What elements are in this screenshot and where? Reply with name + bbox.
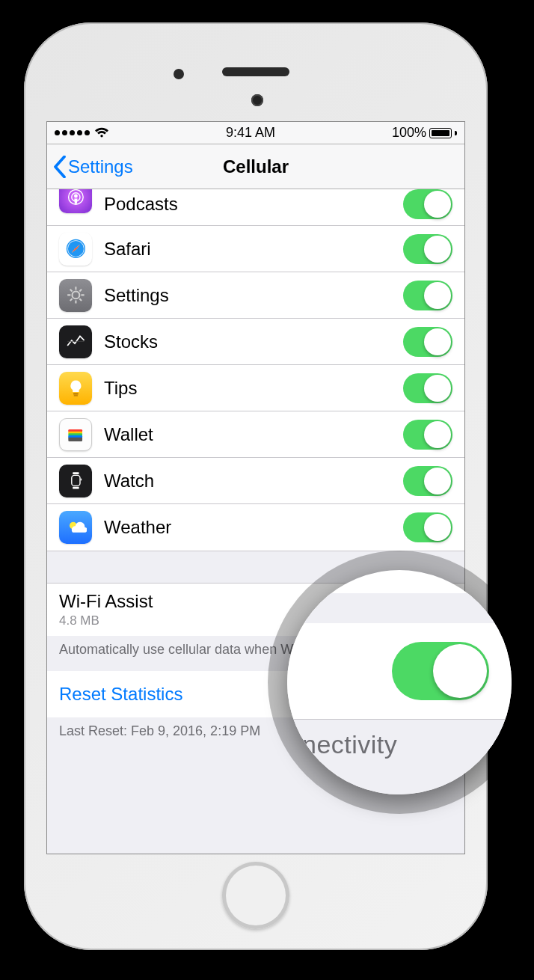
settings-icon: [59, 279, 92, 312]
svg-rect-13: [71, 475, 79, 486]
wallet-icon: [59, 418, 92, 451]
status-battery: 100%: [392, 125, 457, 141]
app-row-watch: Watch: [47, 458, 464, 504]
signal-dots-icon: [55, 130, 90, 135]
status-time: 9:41 AM: [226, 125, 275, 141]
watch-icon: [59, 465, 92, 497]
page-title: Cellular: [223, 156, 289, 177]
svg-point-6: [72, 292, 79, 299]
toggle-stocks[interactable]: [403, 327, 452, 357]
app-label: Settings: [104, 285, 403, 306]
toggle-tips[interactable]: [403, 373, 452, 403]
back-label: Settings: [68, 156, 133, 177]
chevron-left-icon: [53, 156, 67, 178]
toggle-watch[interactable]: [403, 466, 452, 496]
svg-rect-16: [80, 479, 81, 481]
toggle-podcasts[interactable]: [403, 189, 452, 219]
toggle-weather[interactable]: [403, 512, 452, 542]
status-bar: 9:41 AM 100%: [47, 122, 464, 144]
phone-frame: 9:41 AM 100% Settings Cellular: [24, 22, 488, 950]
svg-rect-14: [73, 472, 79, 474]
battery-pct: 100%: [392, 125, 426, 141]
svg-rect-15: [73, 487, 79, 489]
battery-icon: [429, 128, 452, 138]
app-label: Stocks: [104, 331, 403, 352]
app-row-tips: Tips: [47, 365, 464, 411]
stocks-icon: [59, 325, 92, 358]
app-row-safari: Safari: [47, 226, 464, 272]
wifi-icon: [94, 127, 109, 138]
app-label: Safari: [104, 239, 403, 260]
app-label: Tips: [104, 378, 403, 399]
app-row-weather: Weather: [47, 504, 464, 551]
app-label: Watch: [104, 471, 403, 491]
proximity-sensor: [174, 69, 184, 79]
back-button[interactable]: Settings: [53, 144, 133, 189]
magnifier-callout: nectivity: [287, 570, 512, 794]
app-row-wallet: Wallet: [47, 411, 464, 458]
app-row-stocks: Stocks: [47, 319, 464, 365]
front-camera: [251, 94, 263, 106]
app-label: Podcasts: [104, 194, 403, 215]
svg-point-2: [74, 194, 78, 197]
toggle-settings[interactable]: [403, 281, 452, 310]
safari-icon: [59, 233, 92, 266]
weather-icon: [59, 511, 92, 544]
svg-rect-8: [73, 395, 78, 396]
tips-icon: [59, 372, 92, 405]
earpiece: [222, 67, 289, 76]
home-button[interactable]: [222, 862, 289, 929]
app-row-settings: Settings: [47, 272, 464, 319]
toggle-wallet[interactable]: [403, 420, 452, 450]
app-list-group: Podcasts Safari Settings: [47, 189, 464, 551]
magnified-toggle-wifi-assist[interactable]: [392, 642, 489, 700]
toggle-safari[interactable]: [403, 234, 452, 264]
app-row-podcasts: Podcasts: [47, 189, 464, 226]
app-label: Wallet: [104, 424, 403, 445]
nav-bar: Settings Cellular: [47, 144, 464, 189]
magnified-wifi-assist-row: [287, 622, 512, 720]
svg-rect-7: [73, 393, 78, 394]
app-label: Weather: [104, 517, 403, 538]
podcasts-icon: [59, 189, 92, 213]
status-left: [55, 127, 109, 138]
